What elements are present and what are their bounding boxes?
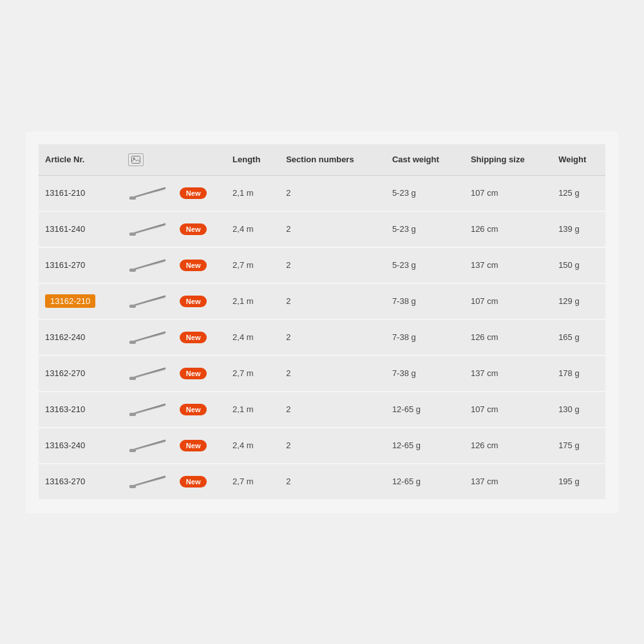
table-row: 13161-240 New 2,4 m 2 5-23 g 126 cm 139 … bbox=[39, 211, 605, 247]
header-section-numbers: Section numbers bbox=[279, 144, 386, 176]
table-header-row: Article Nr. Length Section numbers Cast … bbox=[39, 144, 605, 176]
cell-shipping-size: 107 cm bbox=[464, 283, 552, 319]
table-row: 13161-210 New 2,1 m 2 5-23 g 107 cm 125 … bbox=[39, 175, 605, 211]
cell-image-thumb bbox=[122, 283, 173, 319]
table-row: 13163-240 New 2,4 m 2 12-65 g 126 cm 175… bbox=[39, 428, 605, 464]
svg-rect-28 bbox=[129, 485, 136, 488]
cell-article-nr: 13163-210 bbox=[39, 392, 122, 428]
cell-shipping-size: 107 cm bbox=[464, 392, 552, 428]
cell-shipping-size: 126 cm bbox=[464, 211, 552, 247]
cell-image-thumb bbox=[122, 392, 173, 428]
svg-rect-0 bbox=[131, 156, 140, 163]
cell-article-nr: 13161-210 bbox=[39, 175, 122, 211]
article-number: 13163-210 bbox=[45, 404, 85, 414]
new-badge: New bbox=[180, 476, 207, 488]
cell-sections: 2 bbox=[279, 175, 386, 211]
cell-sections: 2 bbox=[279, 319, 386, 355]
cell-cast-weight: 7-38 g bbox=[386, 355, 464, 392]
svg-rect-4 bbox=[129, 196, 136, 200]
cell-badge: New bbox=[173, 211, 226, 247]
cell-badge: New bbox=[173, 355, 226, 392]
cell-article-nr: 13161-270 bbox=[39, 247, 122, 283]
cell-badge: New bbox=[173, 283, 226, 319]
cell-weight: 175 g bbox=[552, 428, 605, 464]
cell-shipping-size: 137 cm bbox=[464, 355, 552, 392]
article-number: 13161-270 bbox=[45, 260, 85, 270]
cell-sections: 2 bbox=[279, 283, 386, 319]
rod-thumbnail bbox=[128, 292, 167, 311]
product-table: Article Nr. Length Section numbers Cast … bbox=[39, 144, 605, 500]
svg-rect-22 bbox=[129, 413, 136, 416]
table-row: 13163-270 New 2,7 m 2 12-65 g 137 cm 195… bbox=[39, 464, 605, 500]
cell-sections: 2 bbox=[279, 211, 386, 247]
rod-thumbnail bbox=[128, 472, 167, 491]
cell-badge: New bbox=[173, 464, 226, 500]
cell-image-thumb bbox=[122, 319, 173, 355]
product-table-container: Article Nr. Length Section numbers Cast … bbox=[26, 131, 618, 513]
cell-length: 2,4 m bbox=[226, 211, 279, 247]
new-badge: New bbox=[180, 260, 207, 271]
svg-rect-25 bbox=[129, 449, 136, 452]
cell-weight: 178 g bbox=[552, 355, 605, 392]
cell-image-thumb bbox=[122, 247, 173, 283]
new-badge: New bbox=[180, 296, 207, 307]
cell-badge: New bbox=[173, 392, 226, 428]
cell-weight: 195 g bbox=[552, 464, 605, 500]
new-badge: New bbox=[180, 187, 207, 199]
cell-length: 2,4 m bbox=[226, 319, 279, 355]
cell-shipping-size: 137 cm bbox=[464, 247, 552, 283]
cell-sections: 2 bbox=[279, 464, 386, 500]
cell-shipping-size: 126 cm bbox=[464, 319, 552, 355]
cell-weight: 165 g bbox=[552, 319, 605, 355]
cell-weight: 125 g bbox=[552, 175, 605, 211]
image-icon bbox=[131, 156, 140, 164]
cell-weight: 150 g bbox=[552, 247, 605, 283]
header-weight: Weight bbox=[552, 144, 605, 176]
cell-weight: 129 g bbox=[552, 283, 605, 319]
cell-image-thumb bbox=[122, 464, 173, 500]
cell-badge: New bbox=[173, 175, 226, 211]
new-badge: New bbox=[180, 404, 207, 415]
article-number: 13161-240 bbox=[45, 224, 85, 234]
cell-article-nr: 13162-210 bbox=[39, 283, 122, 319]
article-number[interactable]: 13162-210 bbox=[45, 294, 95, 308]
cell-sections: 2 bbox=[279, 247, 386, 283]
rod-thumbnail bbox=[128, 220, 167, 239]
cell-badge: New bbox=[173, 428, 226, 464]
cell-cast-weight: 12-65 g bbox=[386, 428, 464, 464]
new-badge: New bbox=[180, 332, 207, 343]
cell-weight: 130 g bbox=[552, 392, 605, 428]
svg-rect-13 bbox=[129, 305, 136, 308]
cell-cast-weight: 5-23 g bbox=[386, 175, 464, 211]
article-number: 13163-270 bbox=[45, 477, 85, 486]
cell-article-nr: 13161-240 bbox=[39, 211, 122, 247]
cell-image-thumb bbox=[122, 428, 173, 464]
rod-thumbnail bbox=[128, 184, 167, 203]
cell-shipping-size: 126 cm bbox=[464, 428, 552, 464]
cell-length: 2,7 m bbox=[226, 247, 279, 283]
cell-length: 2,1 m bbox=[226, 392, 279, 428]
rod-thumbnail bbox=[128, 364, 167, 383]
cell-article-nr: 13163-240 bbox=[39, 428, 122, 464]
rod-thumbnail bbox=[128, 328, 167, 347]
cell-sections: 2 bbox=[279, 355, 386, 392]
cell-weight: 139 g bbox=[552, 211, 605, 247]
cell-length: 2,7 m bbox=[226, 355, 279, 392]
cell-badge: New bbox=[173, 319, 226, 355]
cell-length: 2,1 m bbox=[226, 175, 279, 211]
rod-thumbnail bbox=[128, 436, 167, 455]
svg-rect-19 bbox=[129, 377, 136, 380]
svg-rect-16 bbox=[129, 341, 136, 344]
cell-article-nr: 13163-270 bbox=[39, 464, 122, 500]
article-number: 13163-240 bbox=[45, 440, 85, 450]
header-shipping-size: Shipping size bbox=[464, 144, 552, 176]
cell-article-nr: 13162-240 bbox=[39, 319, 122, 355]
cell-shipping-size: 107 cm bbox=[464, 175, 552, 211]
cell-image-thumb bbox=[122, 355, 173, 392]
cell-cast-weight: 7-38 g bbox=[386, 283, 464, 319]
cell-sections: 2 bbox=[279, 392, 386, 428]
article-number: 13161-210 bbox=[45, 188, 85, 198]
cell-cast-weight: 5-23 g bbox=[386, 247, 464, 283]
rod-thumbnail bbox=[128, 256, 167, 275]
table-row: 13161-270 New 2,7 m 2 5-23 g 137 cm 150 … bbox=[39, 247, 605, 283]
